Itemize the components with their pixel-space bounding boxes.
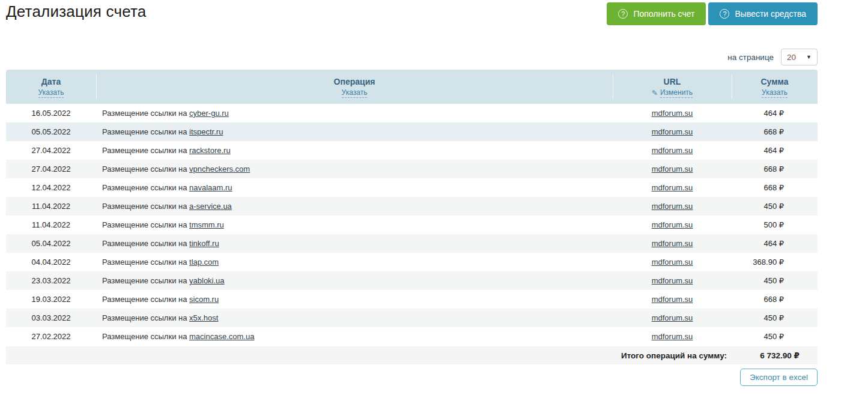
column-header-operation: Операция Указать [96, 70, 613, 104]
column-header-amount: Сумма Указать [732, 70, 818, 104]
filter-date-link[interactable]: Указать [38, 88, 64, 98]
url-link[interactable]: mdforum.su [652, 220, 693, 229]
per-page-value: 20 [787, 53, 796, 62]
per-page-select[interactable]: 20 ▼ [781, 49, 818, 65]
operation-prefix: Размещение ссылки на [102, 164, 189, 173]
column-title: URL [664, 77, 681, 86]
column-title: Сумма [760, 77, 788, 86]
row-date: 19.03.2022 [6, 295, 96, 304]
column-title: Дата [41, 77, 61, 86]
row-amount: 464 ₽ [732, 239, 818, 248]
filter-amount-link[interactable]: Указать [762, 88, 788, 98]
topup-button-label: Пополнить счет [633, 9, 694, 19]
operation-prefix: Размещение ссылки на [102, 239, 189, 248]
pencil-icon: ✎ [652, 89, 658, 97]
site-link[interactable]: rackstore.ru [189, 146, 231, 155]
site-link[interactable]: sicom.ru [189, 295, 219, 304]
row-date: 11.04.2022 [6, 220, 96, 229]
url-link[interactable]: mdforum.su [652, 109, 693, 118]
table-header: Дата Указать Операция Указать URL ✎ Изме… [6, 70, 818, 104]
site-link[interactable]: navalaam.ru [189, 183, 232, 192]
row-date: 23.03.2022 [6, 276, 96, 285]
operations-table: Дата Указать Операция Указать URL ✎ Изме… [6, 70, 818, 364]
operation-prefix: Размещение ссылки на [102, 146, 189, 155]
operation-prefix: Размещение ссылки на [102, 258, 189, 267]
row-amount: 464 ₽ [732, 146, 818, 155]
operation-prefix: Размещение ссылки на [102, 295, 189, 304]
row-amount: 450 ₽ [732, 276, 818, 285]
edit-url-link[interactable]: ✎ Изменить [652, 88, 693, 98]
topbar: Детализация счета ? Пополнить счет ? Выв… [6, 0, 818, 25]
url-link[interactable]: mdforum.su [652, 183, 693, 192]
row-amount: 450 ₽ [732, 313, 818, 322]
column-title: Операция [334, 77, 375, 86]
site-link[interactable]: a-service.ua [189, 202, 232, 211]
table-row: 27.04.2022 Размещение ссылки на vpncheck… [6, 160, 818, 178]
total-amount: 6 732.90 ₽ [732, 351, 818, 360]
operation-prefix: Размещение ссылки на [102, 220, 189, 229]
column-header-date: Дата Указать [6, 70, 96, 104]
site-link[interactable]: yabloki.ua [189, 276, 225, 285]
total-label: Итого операций на сумму: [6, 351, 732, 360]
withdraw-button[interactable]: ? Вывести средства [708, 2, 818, 25]
table-row: 12.04.2022 Размещение ссылки на navalaam… [6, 178, 818, 197]
filter-operation-link[interactable]: Указать [342, 88, 368, 98]
operation-prefix: Размещение ссылки на [102, 183, 189, 192]
url-link[interactable]: mdforum.su [652, 295, 693, 304]
withdraw-button-label: Вывести средства [735, 9, 806, 19]
site-link[interactable]: tlap.com [189, 258, 219, 267]
table-row: 23.03.2022 Размещение ссылки на yabloki.… [6, 271, 818, 290]
site-link[interactable]: vpncheckers.com [189, 164, 250, 173]
site-link[interactable]: cyber-gu.ru [189, 109, 229, 118]
row-amount: 500 ₽ [732, 220, 818, 229]
page: Детализация счета ? Пополнить счет ? Выв… [6, 0, 818, 386]
question-circle-icon: ? [720, 9, 729, 19]
operation-prefix: Размещение ссылки на [102, 276, 189, 285]
row-date: 03.03.2022 [6, 313, 96, 322]
url-link[interactable]: mdforum.su [652, 239, 693, 248]
url-link[interactable]: mdforum.su [652, 146, 693, 155]
row-date: 27.04.2022 [6, 146, 96, 155]
table-row: 05.04.2022 Размещение ссылки на tinkoff.… [6, 234, 818, 253]
operation-prefix: Размещение ссылки на [102, 202, 189, 211]
table-row: 04.04.2022 Размещение ссылки на tlap.com… [6, 253, 818, 271]
url-link[interactable]: mdforum.su [652, 127, 693, 136]
table-row: 05.05.2022 Размещение ссылки на itspectr… [6, 122, 818, 141]
url-link[interactable]: mdforum.su [652, 276, 693, 285]
topbar-buttons: ? Пополнить счет ? Вывести средства [607, 2, 818, 25]
table-row: 03.03.2022 Размещение ссылки на x5x.host… [6, 309, 818, 327]
topup-button[interactable]: ? Пополнить счет [607, 2, 706, 25]
row-date: 04.04.2022 [6, 258, 96, 267]
url-link[interactable]: mdforum.su [652, 258, 693, 267]
row-amount: 450 ₽ [732, 332, 818, 341]
row-amount: 464 ₽ [732, 109, 818, 118]
url-link[interactable]: mdforum.su [652, 164, 693, 173]
row-date: 12.04.2022 [6, 183, 96, 192]
site-link[interactable]: itspectr.ru [189, 127, 223, 136]
row-amount: 668 ₽ [732, 164, 818, 173]
page-title: Детализация счета [6, 2, 146, 21]
export-excel-button[interactable]: Экспорт в excel [740, 369, 818, 386]
site-link[interactable]: macincase.com.ua [189, 332, 254, 341]
row-amount: 668 ₽ [732, 295, 818, 304]
url-link[interactable]: mdforum.su [652, 313, 693, 322]
url-link[interactable]: mdforum.su [652, 332, 693, 341]
row-amount: 668 ₽ [732, 127, 818, 136]
table-body: 16.05.2022 Размещение ссылки на cyber-gu… [6, 104, 818, 346]
column-header-url: URL ✎ Изменить [613, 70, 732, 104]
table-row: 16.05.2022 Размещение ссылки на cyber-gu… [6, 104, 818, 122]
operation-prefix: Размещение ссылки на [102, 127, 189, 136]
row-date: 05.05.2022 [6, 127, 96, 136]
question-circle-icon: ? [618, 9, 628, 19]
row-date: 27.02.2022 [6, 332, 96, 341]
row-date: 16.05.2022 [6, 109, 96, 118]
url-link[interactable]: mdforum.su [652, 202, 693, 211]
site-link[interactable]: x5x.host [189, 313, 218, 322]
per-page-control: на странице 20 ▼ [6, 49, 818, 65]
site-link[interactable]: tinkoff.ru [189, 239, 219, 248]
row-date: 05.04.2022 [6, 239, 96, 248]
site-link[interactable]: tmsmm.ru [189, 220, 224, 229]
row-amount: 368.90 ₽ [732, 258, 818, 267]
table-row: 19.03.2022 Размещение ссылки на sicom.ru… [6, 290, 818, 309]
row-date: 27.04.2022 [6, 164, 96, 173]
